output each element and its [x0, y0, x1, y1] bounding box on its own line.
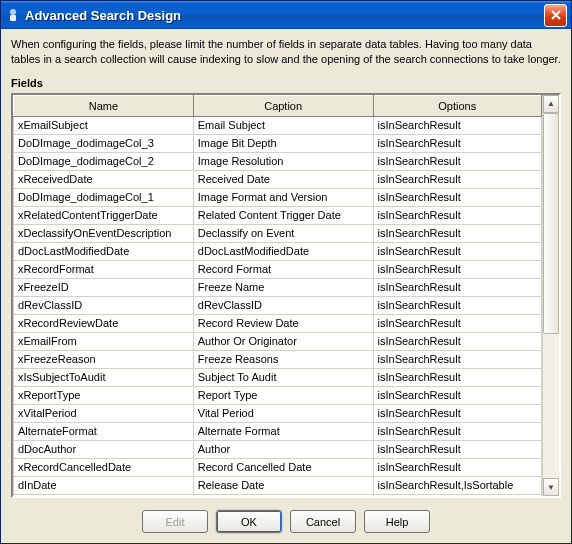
- cell-name: xVitalPeriod: [14, 404, 194, 422]
- table-row[interactable]: DoDImage_dodimageCol_2Image Resolutionis…: [14, 152, 542, 170]
- table-row[interactable]: xRecordReviewDateRecord Review DateisInS…: [14, 314, 542, 332]
- cell-options: isInSearchResult,IsSortable: [373, 476, 541, 494]
- cell-caption: Author: [193, 440, 373, 458]
- cell-caption: Release Date: [193, 476, 373, 494]
- scroll-track[interactable]: [543, 113, 559, 478]
- table-row[interactable]: xIsSubjectToAuditSubject To AuditisInSea…: [14, 368, 542, 386]
- cell-options: isInSearchResult: [373, 494, 541, 496]
- table-row[interactable]: xEmailFromAuthor Or OriginatorisInSearch…: [14, 332, 542, 350]
- button-row: Edit OK Cancel Help: [11, 498, 561, 533]
- cell-caption: dRevClassID: [193, 296, 373, 314]
- cell-name: xReportType: [14, 386, 194, 404]
- cell-name: dDocAuthor: [14, 440, 194, 458]
- scroll-up-button[interactable]: ▲: [543, 95, 559, 113]
- cell-caption: Received Date: [193, 170, 373, 188]
- scroll-thumb[interactable]: [543, 113, 559, 334]
- cell-name: xRelatedContentTriggerDate: [14, 206, 194, 224]
- cell-caption: Freeze Name: [193, 278, 373, 296]
- cell-options: isInSearchResult: [373, 116, 541, 134]
- cancel-button[interactable]: Cancel: [290, 510, 356, 533]
- window-title: Advanced Search Design: [25, 8, 544, 23]
- cell-options: isInSearchResult: [373, 314, 541, 332]
- svg-rect-1: [10, 15, 16, 21]
- cell-caption: Record Format: [193, 260, 373, 278]
- cell-options: isInSearchResult: [373, 386, 541, 404]
- description-text: When configuring the fields, please limi…: [11, 37, 561, 67]
- edit-button[interactable]: Edit: [142, 510, 208, 533]
- table-scroll-area: Name Caption Options xEmailSubjectEmail …: [13, 95, 542, 496]
- dialog-window: Advanced Search Design When configuring …: [0, 0, 572, 544]
- cell-options: isInSearchResult: [373, 224, 541, 242]
- table-row[interactable]: xDeclassifyOnEventDescriptionDeclassify …: [14, 224, 542, 242]
- cell-caption: Report Type: [193, 386, 373, 404]
- cell-caption: Author Or Originator: [193, 332, 373, 350]
- ok-button[interactable]: OK: [216, 510, 282, 533]
- cell-caption: Vital Period: [193, 404, 373, 422]
- cell-options: isInSearchResult: [373, 170, 541, 188]
- cell-options: isInSearchResult: [373, 368, 541, 386]
- table-row[interactable]: xVitalPeriodVital PeriodisInSearchResult: [14, 404, 542, 422]
- table-row[interactable]: dDocLastModifiedDatedDocLastModifiedDate…: [14, 242, 542, 260]
- cell-options: isInSearchResult: [373, 242, 541, 260]
- cell-options: isInSearchResult: [373, 296, 541, 314]
- cell-options: isInSearchResult: [373, 152, 541, 170]
- table-row[interactable]: xFreezeReasonFreeze ReasonsisInSearchRes…: [14, 350, 542, 368]
- cell-options: isInSearchResult: [373, 206, 541, 224]
- column-header-name[interactable]: Name: [14, 95, 194, 116]
- vertical-scrollbar[interactable]: ▲ ▼: [542, 95, 559, 496]
- cell-name: dInDate: [14, 476, 194, 494]
- cell-options: isInSearchResult: [373, 458, 541, 476]
- close-button[interactable]: [544, 4, 567, 27]
- cell-caption: Declassify on Event: [193, 224, 373, 242]
- cell-name: dRevClassID: [14, 296, 194, 314]
- cell-caption: Freeze Reasons: [193, 350, 373, 368]
- table-row[interactable]: xEmailSubjectEmail SubjectisInSearchResu…: [14, 116, 542, 134]
- cell-name: xRecordFormat: [14, 260, 194, 278]
- table-row[interactable]: xRelatedContentTriggerDateRelated Conten…: [14, 206, 542, 224]
- dialog-body: When configuring the fields, please limi…: [1, 29, 571, 543]
- cell-caption: Related Content Trigger Date: [193, 206, 373, 224]
- help-button[interactable]: Help: [364, 510, 430, 533]
- cell-name: xRecordCancelledDate: [14, 458, 194, 476]
- table-row[interactable]: xFreezeIDFreeze NameisInSearchResult: [14, 278, 542, 296]
- cell-caption: Record Review Date: [193, 314, 373, 332]
- table-row[interactable]: DoDImage_dodimageCol_1Image Format and V…: [14, 188, 542, 206]
- cell-caption: Subject To Audit: [193, 368, 373, 386]
- cell-caption: Image Format and Version: [193, 188, 373, 206]
- cell-options: isInSearchResult: [373, 422, 541, 440]
- svg-point-0: [10, 9, 16, 15]
- cell-name: xEmailid: [14, 494, 194, 496]
- table-header-row: Name Caption Options: [14, 95, 542, 116]
- table-row[interactable]: AlternateFormatAlternate FormatisInSearc…: [14, 422, 542, 440]
- cell-name: AlternateFormat: [14, 422, 194, 440]
- scroll-down-button[interactable]: ▼: [543, 478, 559, 496]
- table-row[interactable]: xRecordFormatRecord FormatisInSearchResu…: [14, 260, 542, 278]
- column-header-caption[interactable]: Caption: [193, 95, 373, 116]
- fields-table[interactable]: Name Caption Options xEmailSubjectEmail …: [13, 95, 542, 496]
- table-row[interactable]: xReceivedDateReceived DateisInSearchResu…: [14, 170, 542, 188]
- cell-name: xEmailSubject: [14, 116, 194, 134]
- cell-name: xDeclassifyOnEventDescription: [14, 224, 194, 242]
- fields-label: Fields: [11, 77, 561, 89]
- cell-name: DoDImage_dodimageCol_3: [14, 134, 194, 152]
- cell-name: xRecordReviewDate: [14, 314, 194, 332]
- cell-name: xEmailFrom: [14, 332, 194, 350]
- cell-name: xReceivedDate: [14, 170, 194, 188]
- table-row[interactable]: DoDImage_dodimageCol_3Image Bit DepthisI…: [14, 134, 542, 152]
- table-row[interactable]: xEmailidEmail IDisInSearchResult: [14, 494, 542, 496]
- fields-table-container: Name Caption Options xEmailSubjectEmail …: [11, 93, 561, 498]
- table-row[interactable]: dInDateRelease DateisInSearchResult,IsSo…: [14, 476, 542, 494]
- cell-name: dDocLastModifiedDate: [14, 242, 194, 260]
- cell-name: xIsSubjectToAudit: [14, 368, 194, 386]
- table-row[interactable]: dRevClassIDdRevClassIDisInSearchResult: [14, 296, 542, 314]
- table-row[interactable]: xReportTypeReport TypeisInSearchResult: [14, 386, 542, 404]
- table-row[interactable]: dDocAuthorAuthorisInSearchResult: [14, 440, 542, 458]
- titlebar[interactable]: Advanced Search Design: [1, 1, 571, 29]
- cell-options: isInSearchResult: [373, 404, 541, 422]
- table-row[interactable]: xRecordCancelledDateRecord Cancelled Dat…: [14, 458, 542, 476]
- cell-caption: dDocLastModifiedDate: [193, 242, 373, 260]
- cell-options: isInSearchResult: [373, 134, 541, 152]
- cell-caption: Email Subject: [193, 116, 373, 134]
- cell-options: isInSearchResult: [373, 440, 541, 458]
- column-header-options[interactable]: Options: [373, 95, 541, 116]
